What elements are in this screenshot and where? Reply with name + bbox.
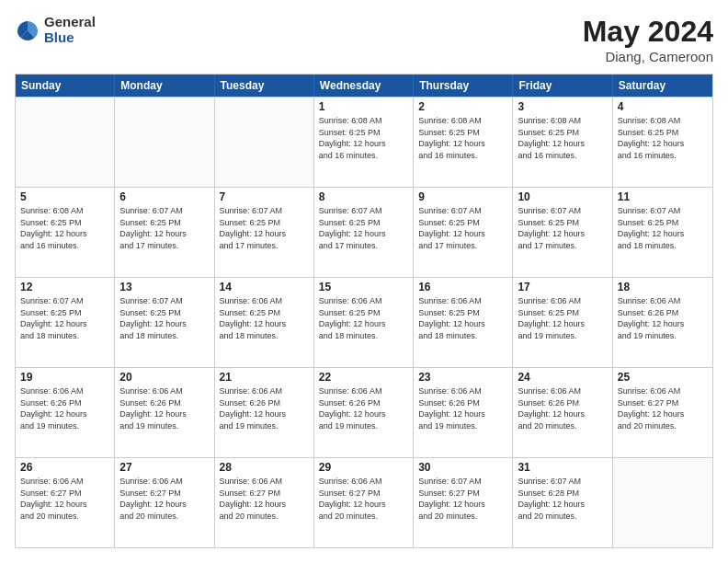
calendar-cell: 15Sunrise: 6:06 AM Sunset: 6:25 PM Dayli… [314,278,414,367]
calendar-cell: 26Sunrise: 6:06 AM Sunset: 6:27 PM Dayli… [16,458,115,547]
header-wednesday: Wednesday [314,75,414,97]
cell-info: Sunrise: 6:06 AM Sunset: 6:26 PM Dayligh… [618,295,708,341]
calendar-cell: 21Sunrise: 6:06 AM Sunset: 6:26 PM Dayli… [215,368,314,457]
calendar-cell: 16Sunrise: 6:06 AM Sunset: 6:25 PM Dayli… [414,278,513,367]
day-number: 21 [220,371,309,384]
cell-info: Sunrise: 6:08 AM Sunset: 6:25 PM Dayligh… [418,115,507,161]
day-number: 8 [319,190,408,203]
cell-info: Sunrise: 6:08 AM Sunset: 6:25 PM Dayligh… [319,115,408,161]
calendar-cell [115,98,214,187]
cell-info: Sunrise: 6:07 AM Sunset: 6:25 PM Dayligh… [319,205,408,251]
cell-info: Sunrise: 6:07 AM Sunset: 6:25 PM Dayligh… [618,205,708,251]
calendar-cell: 29Sunrise: 6:06 AM Sunset: 6:27 PM Dayli… [314,458,414,547]
cell-info: Sunrise: 6:08 AM Sunset: 6:25 PM Dayligh… [618,115,708,161]
cell-info: Sunrise: 6:06 AM Sunset: 6:26 PM Dayligh… [319,385,408,431]
header-monday: Monday [115,75,214,97]
logo-blue: Blue [44,30,96,46]
calendar-cell: 8Sunrise: 6:07 AM Sunset: 6:25 PM Daylig… [314,188,414,277]
cell-info: Sunrise: 6:07 AM Sunset: 6:25 PM Dayligh… [20,295,109,341]
calendar-cell: 9Sunrise: 6:07 AM Sunset: 6:25 PM Daylig… [414,188,513,277]
calendar-cell: 19Sunrise: 6:06 AM Sunset: 6:26 PM Dayli… [16,368,115,457]
day-number: 29 [319,461,408,474]
cell-info: Sunrise: 6:07 AM Sunset: 6:25 PM Dayligh… [119,205,209,251]
day-number: 7 [220,190,309,203]
cell-info: Sunrise: 6:06 AM Sunset: 6:27 PM Dayligh… [618,385,708,431]
title-block: May 2024 Diang, Cameroon [583,15,713,64]
calendar-header: Sunday Monday Tuesday Wednesday Thursday… [16,75,712,97]
day-number: 13 [119,281,209,293]
day-number: 22 [319,371,408,384]
day-number: 10 [518,190,607,203]
calendar-cell: 11Sunrise: 6:07 AM Sunset: 6:25 PM Dayli… [613,188,712,277]
cell-info: Sunrise: 6:08 AM Sunset: 6:25 PM Dayligh… [518,115,607,161]
logo: General Blue [15,15,96,45]
day-number: 9 [418,190,507,203]
calendar-cell: 13Sunrise: 6:07 AM Sunset: 6:25 PM Dayli… [115,278,214,367]
day-number: 26 [20,461,109,474]
cell-info: Sunrise: 6:06 AM Sunset: 6:25 PM Dayligh… [418,295,507,341]
day-number: 23 [418,371,507,384]
header-saturday: Saturday [613,75,712,97]
calendar-cell: 23Sunrise: 6:06 AM Sunset: 6:26 PM Dayli… [414,368,513,457]
calendar-cell: 25Sunrise: 6:06 AM Sunset: 6:27 PM Dayli… [613,368,712,457]
day-number: 19 [20,371,109,384]
calendar-cell: 28Sunrise: 6:06 AM Sunset: 6:27 PM Dayli… [215,458,314,547]
day-number: 20 [119,371,209,384]
cell-info: Sunrise: 6:06 AM Sunset: 6:26 PM Dayligh… [220,385,309,431]
cell-info: Sunrise: 6:07 AM Sunset: 6:25 PM Dayligh… [220,205,309,251]
calendar-cell: 4Sunrise: 6:08 AM Sunset: 6:25 PM Daylig… [613,98,712,187]
day-number: 27 [119,461,209,474]
day-number: 3 [518,100,607,113]
day-number: 4 [618,100,708,113]
calendar-cell: 22Sunrise: 6:06 AM Sunset: 6:26 PM Dayli… [314,368,414,457]
main-title: May 2024 [583,15,713,49]
calendar-cell: 1Sunrise: 6:08 AM Sunset: 6:25 PM Daylig… [314,98,414,187]
cell-info: Sunrise: 6:06 AM Sunset: 6:26 PM Dayligh… [119,385,209,431]
calendar-body: 1Sunrise: 6:08 AM Sunset: 6:25 PM Daylig… [16,97,712,547]
day-number: 31 [518,461,607,474]
day-number: 28 [220,461,309,474]
day-number: 11 [618,190,708,203]
cell-info: Sunrise: 6:07 AM Sunset: 6:25 PM Dayligh… [119,295,209,341]
calendar-cell: 14Sunrise: 6:06 AM Sunset: 6:25 PM Dayli… [215,278,314,367]
calendar-row-2: 5Sunrise: 6:08 AM Sunset: 6:25 PM Daylig… [16,187,712,277]
header-tuesday: Tuesday [215,75,314,97]
cell-info: Sunrise: 6:06 AM Sunset: 6:25 PM Dayligh… [319,295,408,341]
day-number: 25 [618,371,708,384]
cell-info: Sunrise: 6:06 AM Sunset: 6:27 PM Dayligh… [319,476,408,522]
cell-info: Sunrise: 6:06 AM Sunset: 6:27 PM Dayligh… [20,476,109,522]
calendar-cell: 20Sunrise: 6:06 AM Sunset: 6:26 PM Dayli… [115,368,214,457]
cell-info: Sunrise: 6:08 AM Sunset: 6:25 PM Dayligh… [20,205,109,251]
calendar-cell [215,98,314,187]
day-number: 5 [20,190,109,203]
calendar-cell: 12Sunrise: 6:07 AM Sunset: 6:25 PM Dayli… [16,278,115,367]
calendar-cell [613,458,712,547]
logo-text: General Blue [44,15,96,45]
calendar-cell: 2Sunrise: 6:08 AM Sunset: 6:25 PM Daylig… [414,98,513,187]
calendar-cell: 5Sunrise: 6:08 AM Sunset: 6:25 PM Daylig… [16,188,115,277]
page: General Blue May 2024 Diang, Cameroon Su… [0,0,728,563]
cell-info: Sunrise: 6:07 AM Sunset: 6:25 PM Dayligh… [518,205,607,251]
calendar-cell: 30Sunrise: 6:07 AM Sunset: 6:27 PM Dayli… [414,458,513,547]
calendar-cell: 10Sunrise: 6:07 AM Sunset: 6:25 PM Dayli… [513,188,612,277]
calendar-cell: 17Sunrise: 6:06 AM Sunset: 6:25 PM Dayli… [513,278,612,367]
calendar-cell: 24Sunrise: 6:06 AM Sunset: 6:26 PM Dayli… [513,368,612,457]
calendar-cell: 31Sunrise: 6:07 AM Sunset: 6:28 PM Dayli… [513,458,612,547]
day-number: 2 [418,100,507,113]
calendar-cell: 27Sunrise: 6:06 AM Sunset: 6:27 PM Dayli… [115,458,214,547]
cell-info: Sunrise: 6:06 AM Sunset: 6:26 PM Dayligh… [518,385,607,431]
cell-info: Sunrise: 6:06 AM Sunset: 6:26 PM Dayligh… [20,385,109,431]
header-friday: Friday [513,75,612,97]
calendar-row-1: 1Sunrise: 6:08 AM Sunset: 6:25 PM Daylig… [16,97,712,187]
day-number: 14 [220,281,309,293]
cell-info: Sunrise: 6:06 AM Sunset: 6:27 PM Dayligh… [220,476,309,522]
day-number: 6 [119,190,209,203]
calendar-cell: 6Sunrise: 6:07 AM Sunset: 6:25 PM Daylig… [115,188,214,277]
cell-info: Sunrise: 6:06 AM Sunset: 6:26 PM Dayligh… [418,385,507,431]
day-number: 12 [20,281,109,293]
header-thursday: Thursday [414,75,513,97]
calendar: Sunday Monday Tuesday Wednesday Thursday… [15,74,713,548]
day-number: 30 [418,461,507,474]
logo-icon [15,17,40,43]
logo-general: General [44,15,96,30]
